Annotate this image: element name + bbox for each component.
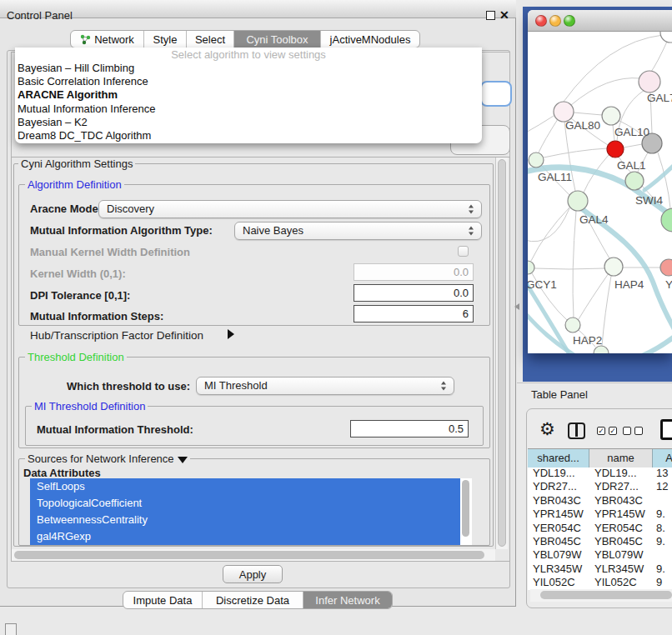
network-edge[interactable] <box>573 211 576 318</box>
attribute-item-selected[interactable]: gal4RGexp <box>30 528 472 545</box>
manual-kernel-width-checkbox[interactable] <box>458 246 469 257</box>
tab-label: Cyni Toolbox <box>246 33 308 46</box>
table-row[interactable]: YDR27...YDR27...12 <box>528 480 672 493</box>
dpi-tolerance-input[interactable]: 0.0 <box>354 284 474 302</box>
minimize-window-light[interactable] <box>549 15 561 27</box>
close-window-light[interactable] <box>535 15 547 27</box>
tab-cyni-toolbox[interactable]: Cyni Toolbox <box>234 31 321 48</box>
gear-icon[interactable]: ⚙ <box>539 419 555 439</box>
algorithm-definition-label: Algorithm Definition <box>25 178 124 191</box>
tab-style[interactable]: Style <box>144 31 187 48</box>
select-all-checks-icon[interactable]: ✓ ✓ <box>597 427 617 435</box>
tab-jactivemnodules[interactable]: jActiveMNodules <box>321 31 419 48</box>
node-label: GAL11 <box>538 171 572 183</box>
network-node[interactable] <box>625 172 644 190</box>
network-node[interactable] <box>568 191 588 211</box>
table-cell: YBL079W <box>528 548 589 562</box>
zoom-window-light[interactable] <box>564 15 575 27</box>
bottom-left-grip[interactable] <box>5 623 17 635</box>
network-node[interactable] <box>607 141 624 158</box>
network-edge-thick[interactable] <box>581 208 672 343</box>
network-node[interactable] <box>594 346 609 353</box>
kernel-width-label: Kernel Width (0,1): <box>30 268 126 280</box>
tab-impute-data[interactable]: Impute Data <box>123 592 203 608</box>
network-node[interactable] <box>604 258 623 276</box>
function-builder-icon[interactable] <box>660 419 672 440</box>
table-row[interactable]: YLR345WYLR345W9. <box>528 562 672 576</box>
network-node[interactable] <box>602 107 620 125</box>
table-row[interactable]: YER054CYER054C8. <box>528 522 672 535</box>
which-threshold-value: MI Threshold <box>204 379 268 392</box>
network-edge[interactable] <box>602 276 611 346</box>
network-node[interactable] <box>529 152 544 168</box>
data-attributes-list[interactable]: SelfLoopsTopologicalCoefficientBetweenne… <box>30 478 472 545</box>
attribute-item-selected[interactable]: TopologicalCoefficient <box>30 495 472 512</box>
network-node[interactable] <box>660 259 672 276</box>
table-row[interactable]: YBR045CYBR045C9. <box>528 535 672 548</box>
network-node[interactable] <box>660 32 672 42</box>
network-edge[interactable] <box>531 208 569 261</box>
attribute-item-selected[interactable]: SelfLoops <box>30 478 472 495</box>
table-column-header[interactable]: A <box>653 449 672 468</box>
network-edge[interactable] <box>528 116 554 133</box>
table-row[interactable]: YBL079WYBL079W <box>528 548 672 562</box>
node-label: GAL80 <box>565 119 600 132</box>
attributes-list-scrollbar-thumb[interactable] <box>462 480 469 537</box>
network-canvas[interactable]: GAL7GAL80GAL10GAL1GAL11SWI4GAL4GCY1HAP4Y… <box>528 32 672 353</box>
mi-threshold-input[interactable]: 0.5 <box>350 420 469 438</box>
network-edge-thick[interactable] <box>607 328 672 353</box>
network-edge-thick[interactable] <box>644 157 672 190</box>
table-row[interactable]: YIL052CYIL052C9 <box>528 576 672 589</box>
network-edge[interactable] <box>539 119 558 152</box>
table-column-header[interactable]: name <box>589 449 653 468</box>
float-window-button[interactable] <box>486 11 495 20</box>
collapse-arrow-icon[interactable] <box>178 457 188 463</box>
settings-vertical-scrollbar-thumb[interactable] <box>498 159 506 547</box>
algorithm-option[interactable]: Basic Correlation Inference <box>15 75 482 88</box>
network-node[interactable] <box>565 318 580 332</box>
network-edge[interactable] <box>544 148 607 158</box>
attribute-item-selected[interactable]: BetweennessCentrality <box>30 512 472 528</box>
tab-discretize-data[interactable]: Discretize Data <box>203 592 303 608</box>
table-row[interactable]: YPR145WYPR145W9. <box>528 508 672 521</box>
network-edge[interactable] <box>651 42 667 72</box>
expander-arrow-icon[interactable] <box>228 329 234 339</box>
sources-group-label[interactable]: Sources for Network Inference <box>25 452 190 465</box>
algorithm-option[interactable]: Bayesian – Hill Climbing <box>15 62 482 75</box>
split-panes-icon[interactable] <box>568 422 585 439</box>
table-row[interactable]: YBR043CYBR043C <box>528 494 672 508</box>
network-edge[interactable] <box>624 144 642 148</box>
apply-button[interactable]: Apply <box>223 565 283 583</box>
network-edge[interactable] <box>579 273 609 319</box>
table-cell: YBR045C <box>589 535 653 548</box>
network-edge[interactable] <box>574 112 602 115</box>
algorithm-option[interactable]: ARACNE Algorithm <box>15 88 482 102</box>
aracne-mode-combo[interactable]: Discovery <box>98 200 482 218</box>
tab-network[interactable]: Network <box>71 31 144 48</box>
table-horizontal-scrollbar-thumb[interactable] <box>540 591 672 599</box>
kernel-width-input[interactable]: 0.0 <box>354 263 474 281</box>
clear-checks-icon[interactable] <box>623 427 643 435</box>
which-threshold-combo[interactable]: MI Threshold <box>196 377 454 395</box>
tab-infer-network[interactable]: Infer Network <box>303 592 392 608</box>
network-edge[interactable] <box>534 268 604 269</box>
table-cell: YER054C <box>589 522 653 535</box>
splitter-collapse-arrow[interactable] <box>514 303 519 310</box>
table-row[interactable]: YDL19...YDL19...13 <box>528 467 672 480</box>
network-node[interactable] <box>528 261 534 274</box>
network-edge[interactable] <box>571 78 640 105</box>
table-column-header[interactable]: shared... <box>528 449 589 468</box>
mi-algorithm-type-combo[interactable]: Naive Bayes <box>234 222 482 240</box>
algorithm-option[interactable]: Bayesian – K2 <box>15 116 482 129</box>
close-panel-button[interactable]: ✕ <box>499 8 509 22</box>
mi-steps-input[interactable]: 6 <box>354 305 474 322</box>
hub-definition-expander[interactable]: Hub/Transcription Factor Definition <box>30 329 203 342</box>
data-attributes-label: Data Attributes <box>23 467 101 479</box>
network-node[interactable] <box>639 71 660 92</box>
table-panel-separator <box>517 382 672 383</box>
algorithm-option[interactable]: Dream8 DC_TDC Algorithm <box>15 129 482 142</box>
tab-select[interactable]: Select <box>187 31 234 48</box>
settings-horizontal-scrollbar-thumb[interactable] <box>14 551 484 559</box>
network-edge[interactable] <box>528 208 569 242</box>
algorithm-option[interactable]: Mutual Information Inference <box>15 102 482 116</box>
